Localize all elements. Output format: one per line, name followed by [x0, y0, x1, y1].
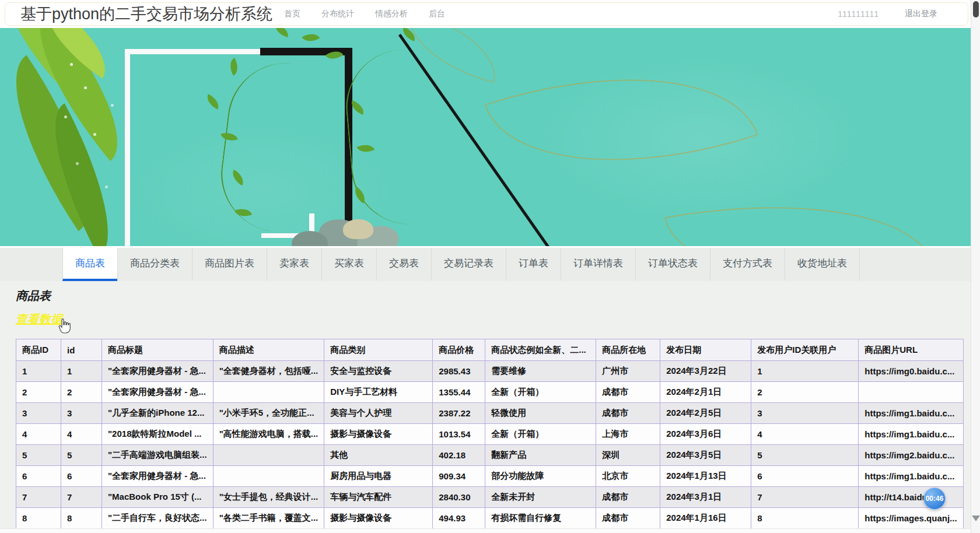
tab-7[interactable]: 订单表 [506, 248, 561, 281]
header-cell: 商品状态例如全新、二... [485, 339, 596, 361]
table-cell: "高性能游戏电脑，搭载... [213, 424, 324, 445]
top-header: 基于python的二手交易市场分析系统 首页分布统计情感分析后台 1111111… [5, 2, 968, 26]
nav-item-1[interactable]: 分布统计 [321, 9, 354, 19]
table-row: 22"全套家用健身器材 - 急...DIY与手工艺材料1355.44全新（开箱）… [16, 382, 964, 403]
table-cell: 车辆与汽车配件 [324, 487, 433, 508]
header-cell: id [61, 339, 102, 361]
table-cell: DIY与手工艺材料 [324, 382, 433, 403]
scrollbar-down-icon[interactable] [972, 516, 980, 521]
banner-blob [343, 219, 373, 239]
table-cell [213, 382, 324, 403]
table-cell: 全新未开封 [485, 487, 596, 508]
table-cell: 5 [61, 445, 102, 466]
table-cell: 5 [751, 445, 859, 466]
table-row: 88"二手自行车，良好状态..."各类二手书籍，覆盖文...摄影与摄像设备494… [16, 508, 964, 529]
view-data-link[interactable]: 查看数据 [16, 311, 62, 327]
header-cell: 商品所在地 [596, 339, 660, 361]
table-cell: 轻微使用 [485, 403, 596, 424]
header-right: 111111111 退出登录 [838, 9, 937, 19]
table-cell: 7 [751, 487, 859, 508]
tab-10[interactable]: 支付方式表 [710, 248, 785, 281]
cursor-hand-icon [57, 318, 71, 335]
content-area: 商品表 查看数据 商品IDid商品标题商品描述商品类别商品价格商品状态例如全新、… [0, 281, 980, 533]
banner-frame-white [125, 49, 130, 248]
nav-item-2[interactable]: 情感分析 [375, 9, 408, 19]
nav-item-3[interactable]: 后台 [429, 9, 445, 19]
table-cell: 部分功能故障 [485, 466, 596, 487]
table-cell: 摄影与摄像设备 [324, 424, 433, 445]
table-cell: 全新（开箱） [485, 382, 596, 403]
hero-banner [0, 28, 980, 248]
header-cell: 商品标题 [102, 339, 214, 361]
table-cell: 402.18 [433, 445, 485, 466]
nav-item-0[interactable]: 首页 [284, 9, 300, 19]
tab-3[interactable]: 卖家表 [267, 248, 321, 281]
tab-9[interactable]: 订单状态表 [635, 248, 710, 281]
table-cell: 8 [751, 508, 859, 529]
vine-leaf-icon [226, 58, 242, 76]
tab-4[interactable]: 买家表 [321, 248, 376, 281]
table-cell: 2387.22 [433, 403, 485, 424]
table-cell: 7 [61, 487, 102, 508]
header-cell: 发布用户ID关联用户 [751, 339, 859, 361]
table-cell: 2840.30 [433, 487, 485, 508]
table-row: 66"全套家用健身器材 - 急...厨房用品与电器909.34部分功能故障北京市… [16, 466, 964, 487]
table-cell: 2024年3月6日 [660, 424, 751, 445]
table-cell: "二手高端游戏电脑组装... [102, 445, 214, 466]
recorder-time: 00:46 [926, 495, 944, 503]
table-row: 11"全套家用健身器材 - 急..."全套健身器材，包括哑...安全与监控设备2… [16, 361, 964, 382]
table-cell: "全套家用健身器材 - 急... [102, 361, 214, 382]
table-body: 11"全套家用健身器材 - 急..."全套健身器材，包括哑...安全与监控设备2… [16, 361, 964, 529]
table-cell: 有损坏需自行修复 [485, 508, 596, 529]
tab-6[interactable]: 交易记录表 [431, 248, 506, 281]
table-cell: 2024年3月1日 [660, 487, 751, 508]
table-cell: 翻新产品 [485, 445, 596, 466]
leaf-speckles [70, 63, 73, 66]
table-cell: 成都市 [596, 487, 660, 508]
table-cell: "全套健身器材，包括哑... [213, 361, 324, 382]
table-cell: 3 [61, 403, 102, 424]
tab-11[interactable]: 收货地址表 [785, 248, 860, 281]
table-cell: 4 [61, 424, 102, 445]
tab-5[interactable]: 交易表 [376, 248, 431, 281]
page: 基于python的二手交易市场分析系统 首页分布统计情感分析后台 1111111… [0, 0, 980, 533]
recorder-timer-badge[interactable]: 00:46 [923, 488, 946, 510]
table-tab-bar: 商品表商品分类表商品图片表卖家表买家表交易表交易记录表订单表订单详情表订单状态表… [0, 248, 980, 281]
table-head: 商品IDid商品标题商品描述商品类别商品价格商品状态例如全新、二...商品所在地… [16, 339, 964, 361]
table-cell: 2024年2月5日 [660, 403, 751, 424]
table-cell: 美容与个人护理 [324, 403, 433, 424]
table-cell: 5 [16, 445, 61, 466]
table-cell: 7 [16, 487, 61, 508]
tab-1[interactable]: 商品分类表 [117, 248, 192, 281]
vine-leaf-icon [273, 28, 290, 37]
table-cell: 其他 [324, 445, 433, 466]
tab-0[interactable]: 商品表 [62, 248, 117, 281]
table-cell: 北京市 [596, 466, 660, 487]
table-cell: 4 [16, 424, 61, 445]
table-cell: 1 [751, 361, 859, 382]
vertical-scrollbar[interactable] [971, 0, 980, 533]
table-cell: 上海市 [596, 424, 660, 445]
table-cell [213, 466, 324, 487]
table-cell: 全新（开箱） [485, 424, 596, 445]
scrollbar-thumb[interactable] [973, 1, 979, 17]
table-cell: https://images.quanj... [859, 508, 963, 529]
tab-8[interactable]: 订单详情表 [561, 248, 635, 281]
vine-leaf-icon [302, 30, 320, 46]
logout-link[interactable]: 退出登录 [905, 9, 937, 19]
table-row: 44"2018款特斯拉Model ..."高性能游戏电脑，搭载...摄影与摄像设… [16, 424, 964, 445]
product-table: 商品IDid商品标题商品描述商品类别商品价格商品状态例如全新、二...商品所在地… [16, 339, 964, 529]
header-cell: 商品价格 [433, 339, 485, 361]
table-cell: 成都市 [596, 403, 660, 424]
table-cell: 2024年1月16日 [660, 508, 751, 529]
table-cell: 2985.43 [433, 361, 485, 382]
table-cell: 6 [16, 466, 61, 487]
tab-2[interactable]: 商品图片表 [192, 248, 267, 281]
table-cell: "各类二手书籍，覆盖文... [213, 508, 324, 529]
horizontal-scrollbar[interactable] [0, 528, 971, 533]
table-cell: 494.93 [433, 508, 485, 529]
table-cell: 2024年3月22日 [660, 361, 751, 382]
table-cell: 2024年3月5日 [660, 445, 751, 466]
table-cell: "2018款特斯拉Model ... [102, 424, 214, 445]
table-cell: 2 [16, 382, 61, 403]
